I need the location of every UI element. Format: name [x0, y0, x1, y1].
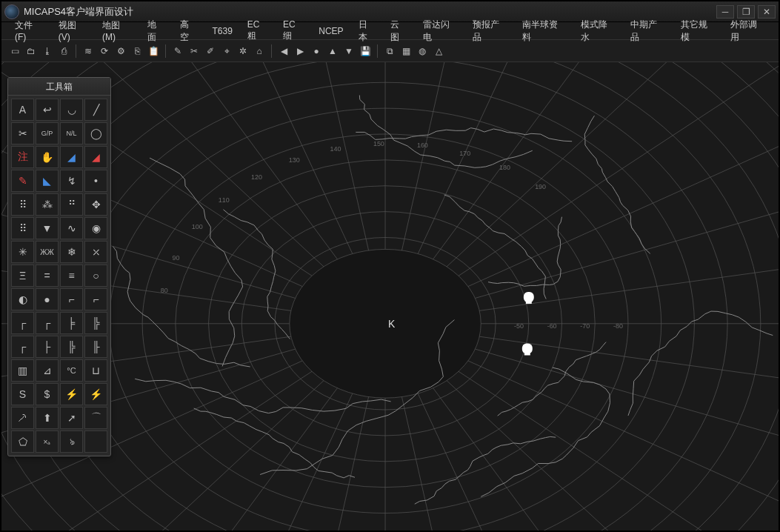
globe-icon[interactable]: ◍ [415, 44, 430, 59]
grid-icon[interactable]: ▦ [399, 44, 413, 59]
menu-0[interactable]: 文件(F) [7, 18, 51, 44]
converge[interactable]: ⤫ [84, 241, 107, 263]
edit-icon[interactable]: ✎ [170, 44, 185, 59]
arrow-up[interactable]: ⬆ [36, 407, 59, 429]
temp[interactable]: °C [60, 359, 83, 382]
tri-tool[interactable]: ⊿ [36, 359, 59, 382]
menu-14[interactable]: 模式降水 [573, 17, 623, 45]
cyclone[interactable]: ঌ [60, 430, 83, 453]
bolt[interactable]: ⚡ [60, 383, 83, 405]
bracket-b[interactable]: ┌ [36, 312, 59, 334]
menu-11[interactable]: 雷达闪电 [416, 17, 465, 45]
open-folder-icon[interactable]: 🗀 [24, 44, 39, 59]
menu-6[interactable]: EC粗 [240, 18, 276, 44]
nav-back-icon[interactable]: ◀ [276, 44, 291, 59]
flag-blue[interactable]: ◢ [60, 146, 83, 168]
copy-icon[interactable]: ⎘ [130, 44, 144, 59]
corner-b[interactable]: ⌐ [84, 288, 107, 310]
dots-a[interactable]: ⠿ [11, 193, 34, 216]
draw-icon[interactable]: ✐ [203, 44, 218, 59]
menu-16[interactable]: 其它规模 [673, 17, 723, 45]
fill-blue[interactable]: ◣ [36, 170, 59, 192]
map-canvas[interactable]: 8090100110120130140150160170180190-50-60… [1, 62, 779, 531]
point[interactable]: • [84, 170, 107, 192]
menu-5[interactable]: T639 [204, 24, 239, 38]
flag-red[interactable]: ◢ [84, 146, 107, 168]
refresh-icon[interactable]: ⟳ [97, 44, 112, 59]
annotate[interactable]: 注 [11, 146, 34, 168]
pan-tool[interactable]: ✋ [36, 146, 59, 168]
nl-tool[interactable]: N/L [60, 122, 83, 144]
line-tool[interactable]: ╱ [84, 99, 107, 121]
grid-tool[interactable]: ⠿ [11, 217, 34, 239]
lines-c[interactable]: ≡ [60, 265, 83, 287]
menu-8[interactable]: NCEP [311, 24, 350, 38]
play-icon[interactable]: ● [309, 44, 324, 59]
dots-c[interactable]: ⠛ [60, 193, 83, 216]
scissors[interactable]: ✂ [11, 122, 34, 144]
s-tool[interactable]: S [11, 383, 34, 405]
menu-12[interactable]: 预报产品 [465, 17, 515, 45]
arrow-diag[interactable]: ➚ [60, 407, 83, 429]
circle[interactable]: ○ [84, 265, 107, 287]
arc-tool[interactable]: ◡ [60, 99, 83, 121]
paste-icon[interactable]: 📋 [146, 44, 161, 59]
lines-b[interactable]: = [36, 265, 59, 287]
bracket-e[interactable]: ┌ [11, 336, 34, 358]
pen-red[interactable]: ✎ [11, 170, 34, 192]
menu-10[interactable]: 云图 [383, 17, 416, 45]
pentagon[interactable]: ⬠ [11, 430, 34, 453]
nav-fwd-icon[interactable]: ▶ [293, 44, 307, 59]
bracket-a[interactable]: ┌ [11, 312, 34, 334]
tool-b-icon[interactable]: ✲ [236, 44, 250, 59]
wave[interactable]: ∿ [60, 217, 83, 239]
bell-icon[interactable]: △ [431, 44, 446, 59]
bracket-c[interactable]: ╞ [60, 312, 83, 334]
menu-9[interactable]: 日本 [351, 17, 384, 45]
menu-2[interactable]: 地图(M) [95, 18, 140, 44]
down-icon[interactable]: ▼ [341, 44, 356, 59]
star6[interactable]: ✳ [11, 241, 34, 263]
bolt-b[interactable]: ⚡ [84, 383, 107, 405]
bracket-h[interactable]: ╟ [84, 336, 107, 358]
snow-a[interactable]: ЖЖ [36, 241, 59, 263]
marker-tool[interactable]: ⸕ [11, 407, 34, 429]
menu-3[interactable]: 地面 [140, 17, 173, 45]
up-icon[interactable]: ▲ [325, 44, 340, 59]
menu-15[interactable]: 中期产品 [623, 17, 673, 45]
print-icon[interactable]: ⎙ [56, 44, 71, 59]
menu-13[interactable]: 南半球资料 [515, 17, 573, 45]
chart-icon[interactable]: ⧉ [382, 44, 397, 59]
layers-icon[interactable]: ≋ [81, 44, 96, 59]
clear[interactable]: ×ₐ [36, 430, 59, 453]
tool-a-icon[interactable]: ⌖ [219, 44, 234, 59]
move[interactable]: ✥ [84, 193, 107, 216]
cut-tool-icon[interactable]: ✂ [187, 44, 201, 59]
triangle-down[interactable]: ▼ [36, 217, 59, 239]
menu-4[interactable]: 高空 [173, 17, 205, 45]
curve-left[interactable]: ↩ [36, 99, 59, 121]
settings-icon[interactable]: ⚙ [113, 44, 128, 59]
save-icon[interactable]: 💾 [358, 44, 373, 59]
empty[interactable] [84, 430, 107, 453]
filled-circle[interactable]: ● [36, 288, 59, 310]
menu-1[interactable]: 视图(V) [51, 18, 95, 44]
hatch[interactable]: ▥ [11, 359, 34, 382]
arc-b[interactable]: ⌒ [84, 407, 107, 429]
menu-7[interactable]: EC细 [276, 18, 311, 44]
download-icon[interactable]: ⭳ [40, 44, 55, 59]
text-tool[interactable]: A [11, 99, 34, 121]
lines-a[interactable]: Ξ [11, 265, 34, 287]
dots-b[interactable]: ⁂ [36, 193, 59, 216]
home-icon[interactable]: ⌂ [252, 44, 267, 59]
bracket-f[interactable]: ├ [36, 336, 59, 358]
bracket-g[interactable]: ╠ [60, 336, 83, 358]
snowflake[interactable]: ❄ [60, 241, 83, 263]
target[interactable]: ◉ [84, 217, 107, 239]
gp-tool[interactable]: G/P [36, 122, 59, 144]
new-file-icon[interactable]: ▭ [7, 44, 22, 59]
bracket-d[interactable]: ╠ [84, 312, 107, 334]
menu-17[interactable]: 外部调用 [723, 17, 773, 45]
lasso[interactable]: ◯ [84, 122, 107, 144]
half-circle[interactable]: ◐ [11, 288, 34, 310]
